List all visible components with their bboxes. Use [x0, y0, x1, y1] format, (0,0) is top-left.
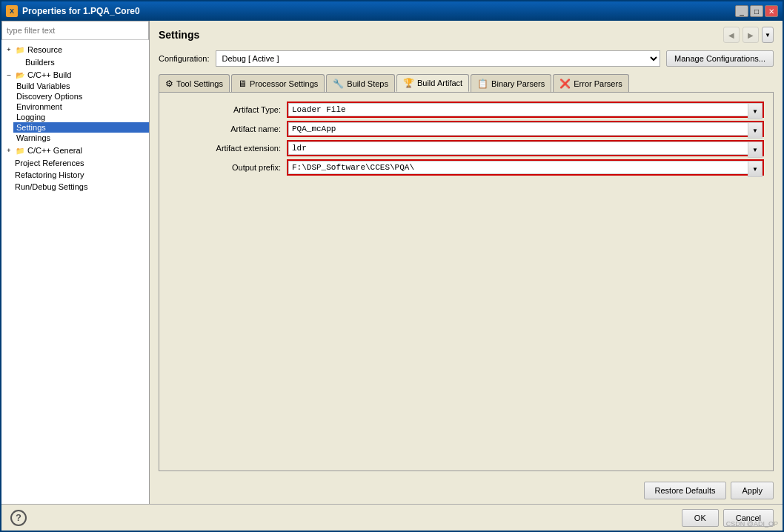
- tree-row-cpp-build[interactable]: – 📂 C/C++ Build: [1, 69, 149, 81]
- artifact-extension-label: Artifact extension:: [168, 144, 287, 153]
- expander-cpp-build: –: [4, 70, 13, 79]
- artifact-type-dropdown[interactable]: ▼: [748, 103, 763, 119]
- artifact-type-field: ▼: [287, 102, 764, 118]
- window-title: Properties for 1.PQA_Core0: [22, 6, 140, 16]
- title-bar: X Properties for 1.PQA_Core0 _ □ ✕: [1, 1, 783, 21]
- expander-project-references: [4, 159, 13, 167]
- output-prefix-dropdown[interactable]: ▼: [748, 161, 763, 177]
- artifact-type-input-cell: ▼: [287, 102, 764, 118]
- right-panel: Settings ◀ ▶ ▼ Configuration: Debug [ Ac…: [150, 21, 783, 504]
- tree-row-builders[interactable]: Builders: [1, 57, 149, 67]
- tree-row-cpp-general[interactable]: + 📁 C/C++ General: [1, 144, 149, 156]
- tab-processor-settings[interactable]: 🖥 Processor Settings: [231, 74, 325, 92]
- tree-row-run-debug[interactable]: Run/Debug Settings: [1, 182, 149, 192]
- config-label: Configuration:: [159, 54, 210, 63]
- form-grid: Artifact Type: ▼ Artifact name:: [168, 102, 764, 176]
- artifact-name-field: ▼: [287, 121, 764, 137]
- label-resource: Resource: [27, 45, 62, 54]
- label-discovery-options: Discovery Options: [16, 92, 82, 101]
- tree-item-builders: Builders: [1, 56, 149, 68]
- nav-dropdown-button[interactable]: ▼: [762, 27, 774, 43]
- filter-input[interactable]: [1, 21, 149, 40]
- close-button[interactable]: ✕: [765, 5, 778, 17]
- artifact-extension-input[interactable]: [288, 142, 748, 155]
- label-warnings: Warnings: [16, 133, 50, 142]
- right-title: Settings: [159, 29, 199, 41]
- tree-container: + 📁 Resource Builders – �: [1, 40, 149, 504]
- tree-row-settings[interactable]: Settings: [13, 122, 149, 133]
- tree-row-refactoring-history[interactable]: Refactoring History: [1, 170, 149, 180]
- restore-defaults-button[interactable]: Restore Defaults: [644, 482, 727, 499]
- tab-error-parsers[interactable]: ❌ Error Parsers: [553, 74, 628, 92]
- label-builders: Builders: [25, 58, 55, 67]
- tree-row-warnings[interactable]: Warnings: [13, 133, 149, 143]
- binary-parsers-icon: 📋: [477, 79, 488, 89]
- window-icon: X: [6, 5, 18, 17]
- artifact-name-input[interactable]: [288, 122, 748, 136]
- expander-builders: [15, 58, 24, 67]
- tab-binary-parsers[interactable]: 📋 Binary Parsers: [471, 74, 551, 92]
- tab-build-artifact-label: Build Artifact: [417, 79, 462, 87]
- label-cpp-general: C/C++ General: [27, 146, 82, 155]
- tree-item-project-references: Project References: [1, 157, 149, 169]
- artifact-type-input[interactable]: [288, 103, 748, 116]
- tree-row-resource[interactable]: + 📁 Resource: [1, 44, 149, 56]
- build-artifact-icon: 🏆: [403, 78, 414, 88]
- error-parsers-icon: ❌: [559, 79, 571, 89]
- nav-forward-button[interactable]: ▶: [743, 27, 759, 43]
- apply-button[interactable]: Apply: [731, 482, 774, 499]
- content-panel: Artifact Type: ▼ Artifact name:: [159, 92, 774, 471]
- label-build-variables: Build Variables: [16, 82, 70, 90]
- label-environment: Environment: [16, 102, 62, 111]
- ok-button[interactable]: OK: [682, 509, 719, 527]
- processor-settings-icon: 🖥: [238, 79, 247, 89]
- tab-build-steps[interactable]: 🔧 Build Steps: [326, 74, 395, 92]
- artifact-name-dropdown[interactable]: ▼: [748, 122, 763, 139]
- expander-run-debug: [4, 182, 13, 191]
- output-prefix-row: Output prefix: ▼: [168, 159, 764, 176]
- tree-row-environment[interactable]: Environment: [13, 102, 149, 112]
- artifact-extension-field: ▼: [287, 140, 764, 156]
- tab-processor-settings-label: Processor Settings: [250, 79, 318, 88]
- tab-build-steps-label: Build Steps: [347, 79, 388, 88]
- expander-cpp-general: +: [4, 146, 13, 155]
- tabs-area: ⚙ Tool Settings 🖥 Processor Settings 🔧 B…: [150, 71, 783, 92]
- config-select[interactable]: Debug [ Active ]: [216, 50, 661, 67]
- tabs-row: ⚙ Tool Settings 🖥 Processor Settings 🔧 B…: [159, 74, 774, 92]
- tab-tool-settings-label: Tool Settings: [176, 79, 223, 88]
- output-prefix-field: ▼: [287, 159, 764, 176]
- tab-tool-settings[interactable]: ⚙ Tool Settings: [159, 74, 230, 92]
- nav-arrows: ◀ ▶ ▼: [723, 27, 774, 43]
- maximize-button[interactable]: □: [750, 5, 763, 17]
- watermark: CSDN @ADI_OP: [726, 520, 778, 528]
- expander-refactoring-history: [4, 170, 13, 179]
- manage-configurations-button[interactable]: Manage Configurations...: [666, 50, 774, 67]
- label-project-references: Project References: [15, 159, 84, 167]
- tree-row-logging[interactable]: Logging: [13, 112, 149, 122]
- tree-item-cpp-general: + 📁 C/C++ General: [1, 144, 149, 157]
- cpp-build-children: Build Variables Discovery Options Enviro…: [1, 81, 149, 143]
- properties-window: X Properties for 1.PQA_Core0 _ □ ✕ + 📁 R…: [0, 0, 784, 532]
- title-bar-left: X Properties for 1.PQA_Core0: [6, 5, 140, 17]
- title-buttons: _ □ ✕: [735, 5, 778, 17]
- output-prefix-input[interactable]: [288, 161, 748, 174]
- minimize-button[interactable]: _: [735, 5, 748, 17]
- tab-build-artifact[interactable]: 🏆 Build Artifact: [396, 74, 469, 92]
- main-content: + 📁 Resource Builders – �: [1, 21, 783, 504]
- nav-back-button[interactable]: ◀: [723, 27, 740, 43]
- tab-error-parsers-label: Error Parsers: [574, 79, 622, 88]
- build-steps-icon: 🔧: [333, 79, 344, 89]
- output-prefix-input-cell: ▼: [287, 159, 764, 176]
- tree-row-build-variables[interactable]: Build Variables: [13, 81, 149, 91]
- label-refactoring-history: Refactoring History: [15, 170, 84, 179]
- tree-row-project-references[interactable]: Project References: [1, 158, 149, 168]
- tree-row-discovery-options[interactable]: Discovery Options: [13, 91, 149, 102]
- help-icon[interactable]: ?: [10, 510, 27, 526]
- artifact-name-row: Artifact name: ▼: [168, 121, 764, 137]
- artifact-extension-input-cell: ▼: [287, 140, 764, 156]
- tree-item-cpp-build: – 📂 C/C++ Build Build Variables Discover…: [1, 68, 149, 144]
- artifact-extension-dropdown[interactable]: ▼: [748, 142, 763, 158]
- tree-item-resource: + 📁 Resource: [1, 43, 149, 56]
- icon-cpp-build: 📂: [15, 70, 25, 80]
- tool-settings-icon: ⚙: [165, 79, 173, 89]
